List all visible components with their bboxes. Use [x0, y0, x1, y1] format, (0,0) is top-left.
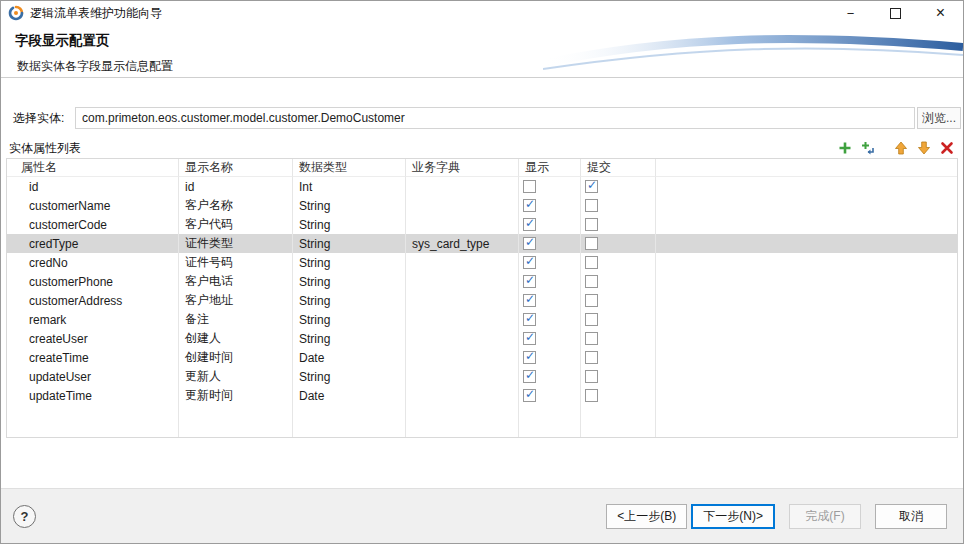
column-header[interactable]: 业务字典	[406, 159, 519, 177]
property-table: 属性名显示名称数据类型业务字典显示提交 ididIntcustomerName客…	[6, 158, 958, 438]
business-dict-cell	[406, 348, 519, 367]
show-checkbox[interactable]	[523, 294, 536, 307]
page-subtitle: 数据实体各字段显示信息配置	[1, 50, 963, 75]
delete-icon[interactable]	[939, 140, 955, 156]
column-header[interactable]: 提交	[581, 159, 656, 177]
table-row[interactable]: ididInt	[7, 177, 957, 196]
column-header[interactable]: 属性名	[7, 159, 179, 177]
back-button[interactable]: <上一步(B)	[606, 504, 687, 529]
show-checkbox[interactable]	[523, 370, 536, 383]
empty-cell	[581, 405, 656, 437]
display-name-cell: 更新时间	[179, 386, 293, 405]
property-name-cell: customerName	[7, 196, 179, 215]
data-type-cell: String	[293, 329, 406, 348]
submit-checkbox-cell	[581, 177, 656, 196]
empty-cell	[656, 329, 957, 348]
display-name-cell: 客户名称	[179, 196, 293, 215]
close-button[interactable]	[918, 1, 963, 25]
cancel-button[interactable]: 取消	[875, 504, 947, 529]
submit-checkbox[interactable]	[585, 275, 598, 288]
show-checkbox[interactable]	[523, 218, 536, 231]
help-button[interactable]	[13, 505, 36, 528]
show-checkbox-cell	[519, 177, 581, 196]
property-list-label: 实体属性列表	[9, 140, 81, 157]
table-row[interactable]: credNo证件号码String	[7, 253, 957, 272]
show-checkbox[interactable]	[523, 199, 536, 212]
property-name-cell: remark	[7, 310, 179, 329]
display-name-cell: 客户代码	[179, 215, 293, 234]
table-row[interactable]: remark备注String	[7, 310, 957, 329]
business-dict-cell: sys_card_type	[406, 234, 519, 253]
submit-checkbox-cell	[581, 329, 656, 348]
entity-input[interactable]	[75, 107, 915, 129]
property-name-cell: createTime	[7, 348, 179, 367]
data-type-cell: String	[293, 196, 406, 215]
show-checkbox[interactable]	[523, 351, 536, 364]
show-checkbox[interactable]	[523, 237, 536, 250]
data-type-cell: String	[293, 310, 406, 329]
submit-checkbox[interactable]	[585, 218, 598, 231]
submit-checkbox[interactable]	[585, 313, 598, 326]
submit-checkbox-cell	[581, 196, 656, 215]
table-toolbar	[837, 140, 955, 156]
submit-checkbox[interactable]	[585, 180, 598, 193]
business-dict-cell	[406, 215, 519, 234]
submit-checkbox[interactable]	[585, 389, 598, 402]
move-up-icon[interactable]	[893, 140, 909, 156]
show-checkbox-cell	[519, 348, 581, 367]
show-checkbox[interactable]	[523, 275, 536, 288]
table-row[interactable]: updateTime更新时间Date	[7, 386, 957, 405]
insert-icon[interactable]	[860, 140, 876, 156]
show-checkbox[interactable]	[523, 256, 536, 269]
column-header[interactable]: 数据类型	[293, 159, 406, 177]
business-dict-cell	[406, 367, 519, 386]
empty-cell	[656, 215, 957, 234]
table-row[interactable]: customerCode客户代码String	[7, 215, 957, 234]
data-type-cell: String	[293, 291, 406, 310]
show-checkbox[interactable]	[523, 332, 536, 345]
show-checkbox[interactable]	[523, 180, 536, 193]
show-checkbox[interactable]	[523, 389, 536, 402]
display-name-cell: 创建时间	[179, 348, 293, 367]
empty-cell	[656, 272, 957, 291]
business-dict-cell	[406, 272, 519, 291]
submit-checkbox-cell	[581, 215, 656, 234]
data-type-cell: String	[293, 215, 406, 234]
show-checkbox-cell	[519, 253, 581, 272]
table-row[interactable]: createTime创建时间Date	[7, 348, 957, 367]
add-icon[interactable]	[837, 140, 853, 156]
maximize-button[interactable]	[873, 1, 918, 25]
minimize-button[interactable]	[828, 1, 873, 25]
table-row[interactable]: updateUser更新人String	[7, 367, 957, 386]
empty-cell	[656, 405, 957, 437]
table-row[interactable]: customerAddress客户地址String	[7, 291, 957, 310]
data-type-cell: String	[293, 367, 406, 386]
footer-buttons: <上一步(B) 下一步(N)> 完成(F) 取消	[606, 504, 947, 529]
show-checkbox[interactable]	[523, 313, 536, 326]
table-row[interactable]: customerName客户名称String	[7, 196, 957, 215]
submit-checkbox[interactable]	[585, 351, 598, 364]
submit-checkbox[interactable]	[585, 294, 598, 307]
empty-cell	[656, 196, 957, 215]
page-title: 字段显示配置页	[1, 25, 963, 50]
table-row[interactable]: customerPhone客户电话String	[7, 272, 957, 291]
data-type-cell: Date	[293, 348, 406, 367]
submit-checkbox[interactable]	[585, 370, 598, 383]
column-header[interactable]: 显示	[519, 159, 581, 177]
display-name-cell: id	[179, 177, 293, 196]
business-dict-cell	[406, 329, 519, 348]
submit-checkbox[interactable]	[585, 332, 598, 345]
empty-cell	[293, 405, 406, 437]
next-button[interactable]: 下一步(N)>	[691, 504, 775, 529]
submit-checkbox[interactable]	[585, 237, 598, 250]
submit-checkbox-cell	[581, 310, 656, 329]
submit-checkbox[interactable]	[585, 256, 598, 269]
browse-button[interactable]: 浏览...	[917, 107, 961, 129]
submit-checkbox-cell	[581, 348, 656, 367]
submit-checkbox[interactable]	[585, 199, 598, 212]
table-row[interactable]: credType证件类型Stringsys_card_type	[7, 234, 957, 253]
submit-checkbox-cell	[581, 386, 656, 405]
move-down-icon[interactable]	[916, 140, 932, 156]
column-header[interactable]: 显示名称	[179, 159, 293, 177]
table-row[interactable]: createUser创建人String	[7, 329, 957, 348]
